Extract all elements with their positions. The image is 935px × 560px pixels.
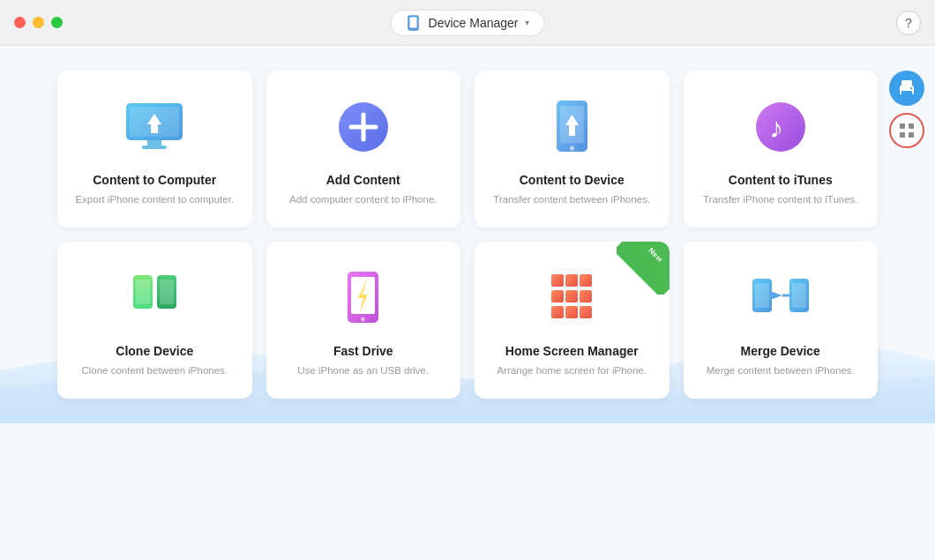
card-title-clone-device: Clone Device bbox=[116, 344, 193, 358]
card-home-screen-manager[interactable]: Home Screen Manager Arrange home screen … bbox=[475, 242, 669, 399]
card-desc-fast-drive: Use iPhone as an USB drive. bbox=[297, 363, 429, 377]
card-title-content-to-computer: Content to Computer bbox=[93, 173, 216, 187]
svg-rect-28 bbox=[551, 290, 564, 302]
panel-grid-button[interactable] bbox=[889, 113, 924, 148]
svg-rect-47 bbox=[909, 132, 914, 138]
svg-rect-6 bbox=[142, 146, 167, 149]
svg-rect-25 bbox=[551, 274, 564, 287]
printer-icon bbox=[897, 79, 916, 97]
card-desc-merge-device: Merge content between iPhones. bbox=[707, 363, 855, 377]
app-title: Device Manager bbox=[429, 16, 519, 30]
card-desc-content-to-itunes: Transfer iPhone content to iTunes. bbox=[703, 192, 858, 206]
svg-rect-41 bbox=[901, 80, 912, 86]
card-title-fast-drive: Fast Drive bbox=[333, 344, 393, 358]
svg-point-23 bbox=[361, 317, 365, 321]
svg-rect-43 bbox=[910, 87, 912, 89]
svg-rect-42 bbox=[901, 91, 912, 96]
svg-rect-46 bbox=[900, 132, 905, 138]
chevron-down-icon: ▾ bbox=[525, 18, 529, 27]
fast-drive-icon bbox=[332, 266, 395, 330]
minimize-button[interactable] bbox=[33, 17, 44, 28]
svg-rect-44 bbox=[900, 123, 905, 129]
svg-rect-45 bbox=[909, 123, 914, 129]
svg-rect-30 bbox=[580, 290, 592, 302]
clone-device-icon bbox=[123, 266, 186, 330]
close-button[interactable] bbox=[14, 17, 26, 28]
card-add-content[interactable]: Add Content Add computer content to iPho… bbox=[266, 71, 461, 228]
main-content: Content to Computer Export iPhone conten… bbox=[0, 46, 935, 423]
svg-rect-35 bbox=[755, 283, 769, 308]
svg-rect-29 bbox=[565, 290, 578, 302]
card-desc-clone-device: Clone content between iPhones. bbox=[81, 363, 228, 377]
home-screen-icon bbox=[540, 266, 603, 330]
svg-text:♪: ♪ bbox=[769, 112, 783, 144]
itunes-icon: ♪ bbox=[749, 95, 812, 159]
add-content-icon bbox=[332, 95, 395, 159]
card-merge-device[interactable]: Merge Device Merge content between iPhon… bbox=[684, 242, 879, 399]
svg-rect-37 bbox=[792, 283, 806, 308]
card-desc-content-to-computer: Export iPhone content to computer. bbox=[75, 192, 234, 206]
card-content-to-device[interactable]: Content to Device Transfer content betwe… bbox=[475, 71, 669, 228]
iphone-icon bbox=[406, 15, 422, 31]
card-title-content-to-itunes: Content to iTunes bbox=[729, 173, 833, 187]
svg-rect-26 bbox=[565, 274, 578, 287]
card-content-to-itunes[interactable]: ♪ Content to iTunes Transfer iPhone cont… bbox=[684, 71, 879, 228]
svg-point-2 bbox=[413, 28, 415, 30]
svg-rect-18 bbox=[136, 280, 150, 304]
card-desc-home-screen-manager: Arrange home screen for iPhone. bbox=[497, 363, 647, 377]
card-content-to-computer[interactable]: Content to Computer Export iPhone conten… bbox=[57, 71, 252, 228]
svg-rect-20 bbox=[160, 280, 174, 304]
traffic-lights bbox=[14, 17, 63, 28]
grid-icon bbox=[898, 122, 916, 139]
card-home-screen-wrapper: Home Screen Manager Arrange home screen … bbox=[475, 242, 669, 399]
card-desc-content-to-device: Transfer content between iPhones. bbox=[493, 192, 650, 206]
help-button[interactable]: ? bbox=[896, 11, 921, 35]
panel-print-button[interactable] bbox=[889, 71, 924, 106]
merge-device-icon bbox=[749, 266, 812, 330]
card-title-content-to-device: Content to Device bbox=[520, 173, 625, 187]
maximize-button[interactable] bbox=[51, 17, 63, 28]
device-manager-dropdown[interactable]: Device Manager ▾ bbox=[391, 10, 545, 36]
svg-rect-31 bbox=[551, 306, 564, 318]
card-title-home-screen-manager: Home Screen Manager bbox=[505, 344, 639, 358]
card-clone-device[interactable]: Clone Device Clone content between iPhon… bbox=[57, 242, 252, 399]
svg-marker-38 bbox=[770, 291, 782, 300]
content-to-device-icon bbox=[540, 95, 603, 159]
titlebar: Device Manager ▾ ? bbox=[0, 0, 935, 46]
svg-rect-27 bbox=[580, 274, 592, 287]
card-fast-drive[interactable]: Fast Drive Use iPhone as an USB drive. bbox=[266, 242, 461, 399]
svg-rect-1 bbox=[410, 17, 417, 27]
svg-rect-33 bbox=[580, 306, 592, 318]
card-title-add-content: Add Content bbox=[326, 173, 400, 187]
svg-rect-32 bbox=[565, 306, 578, 318]
svg-rect-5 bbox=[147, 140, 161, 146]
svg-point-13 bbox=[570, 146, 574, 150]
card-title-merge-device: Merge Device bbox=[741, 344, 820, 358]
card-desc-add-content: Add computer content to iPhone. bbox=[289, 192, 438, 206]
right-panel bbox=[889, 71, 924, 148]
computer-icon bbox=[123, 95, 186, 159]
